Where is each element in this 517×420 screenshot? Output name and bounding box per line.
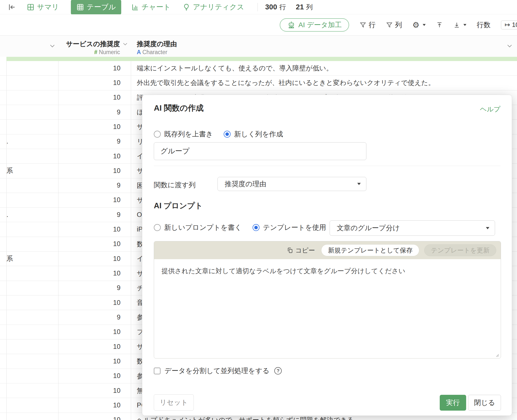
ai-data-processing-button[interactable]: AI データ加工 <box>280 18 349 32</box>
cell-score[interactable]: 10 <box>59 222 120 236</box>
column-header-score[interactable]: サービスの推奨度 # Numeric <box>59 36 131 57</box>
cell-clipped[interactable] <box>6 325 58 339</box>
cell-score[interactable]: 10 <box>59 295 120 310</box>
export-button[interactable] <box>436 21 443 28</box>
cell-score[interactable]: 10 <box>59 398 120 412</box>
close-button[interactable]: 閉じる <box>468 395 501 411</box>
prompt-textarea[interactable]: 提供された文章に対して適切なラベルをつけて文章をグループ分けしてください <box>154 259 501 358</box>
tab-summary[interactable]: サマリ <box>27 2 59 12</box>
cell-score[interactable]: 9 <box>59 310 120 324</box>
cell-clipped[interactable] <box>6 339 58 354</box>
cell-score[interactable]: 10 <box>59 149 120 163</box>
chevron-down-icon[interactable] <box>50 44 55 47</box>
cell-clipped[interactable]: 系 <box>6 252 58 266</box>
cell-score[interactable]: 10 <box>59 193 120 207</box>
update-template-button[interactable]: テンプレートを更新 <box>424 244 496 256</box>
create-column-radio[interactable]: 新しく列を作成 <box>224 129 283 139</box>
chevron-down-icon[interactable] <box>123 43 127 45</box>
cell-reason[interactable]: 外出先で取引先と会議をすることになったが、社内にいるときと変わらないクオリティで… <box>137 76 517 90</box>
cell-clipped[interactable] <box>6 266 58 280</box>
tab-table[interactable]: テーブル <box>71 0 121 15</box>
help-link[interactable]: ヘルプ <box>480 105 500 114</box>
cell-reason[interactable]: 端末にインストールしなくても、使えるので、導入障壁が低い。 <box>137 61 517 75</box>
filter-rows-button[interactable]: 行 <box>359 20 376 30</box>
cell-clipped[interactable] <box>6 413 58 420</box>
cell-score[interactable]: 10 <box>59 90 120 105</box>
cell-score[interactable]: 10 <box>59 369 120 383</box>
help-question-icon[interactable]: ? <box>274 367 282 375</box>
cell-score[interactable]: 10 <box>59 325 120 339</box>
new-column-name-input[interactable]: グループ <box>154 142 366 160</box>
cell-clipped[interactable] <box>6 369 58 383</box>
radio-off-icon[interactable] <box>154 224 161 231</box>
collapse-sidebar-button[interactable] <box>7 2 17 12</box>
cell-clipped[interactable] <box>6 354 58 368</box>
cell-clipped[interactable] <box>6 120 58 134</box>
summary-grid-icon <box>27 3 35 11</box>
cell-score[interactable]: 9 <box>59 134 120 149</box>
cell-clipped[interactable] <box>6 193 58 207</box>
copy-button[interactable]: コピー <box>287 246 315 255</box>
cell-clipped[interactable] <box>6 105 58 119</box>
cell-clipped[interactable] <box>6 90 58 105</box>
cell-clipped[interactable] <box>6 237 58 251</box>
reset-button[interactable]: リセット <box>154 394 194 411</box>
cell-clipped[interactable] <box>6 295 58 310</box>
cell-clipped[interactable] <box>6 383 58 398</box>
cell-clipped[interactable] <box>6 398 58 412</box>
resize-grip-icon[interactable] <box>495 353 499 357</box>
cell-score[interactable]: 10 <box>59 354 120 368</box>
radio-on-icon[interactable] <box>224 131 231 138</box>
cell-clipped[interactable] <box>6 281 58 295</box>
radio-on-icon[interactable] <box>253 224 259 231</box>
tab-analytics[interactable]: アナリティクス <box>182 2 244 12</box>
download-icon <box>453 21 460 28</box>
cell-score[interactable]: 10 <box>59 339 120 354</box>
overwrite-column-radio[interactable]: 既存列を上書き <box>154 129 213 139</box>
write-prompt-radio[interactable]: 新しいプロンプトを書く <box>154 223 242 232</box>
cell-score[interactable]: 10 <box>59 76 120 90</box>
split-data-checkbox[interactable] <box>154 368 160 374</box>
table-row[interactable]: 10外出先で取引先と会議をすることになったが、社内にいるときと変わらないクオリテ… <box>0 76 517 90</box>
cell-clipped[interactable]: . <box>6 208 58 222</box>
cell-score[interactable]: 10 <box>59 383 120 398</box>
cell-score[interactable]: 10 <box>59 266 120 280</box>
column-header-reason[interactable]: 推奨度の理由 A Character <box>131 36 517 57</box>
pass-column-select[interactable]: 推奨度の理由 <box>218 177 366 191</box>
cell-score[interactable]: 9 <box>59 281 120 295</box>
radio-off-icon[interactable] <box>154 131 161 138</box>
tab-chart[interactable]: チャート <box>131 2 171 12</box>
use-template-radio[interactable]: テンプレートを使用 <box>253 223 326 232</box>
settings-menu-button[interactable]: ⚙ <box>412 21 426 29</box>
robot-icon <box>287 21 296 29</box>
cell-score[interactable]: 9 <box>59 208 120 222</box>
row-limit-input[interactable]: ↦ 100 <box>501 21 517 29</box>
cell-score[interactable]: 9 <box>59 178 120 193</box>
cell-clipped[interactable] <box>6 76 58 90</box>
cell-clipped[interactable] <box>6 222 58 236</box>
save-as-template-button[interactable]: 新規テンプレートとして保存 <box>321 244 419 256</box>
top-tab-bar: サマリ テーブル チャート <box>0 0 517 14</box>
cell-score[interactable]: 10 <box>59 252 120 266</box>
cell-score[interactable]: 10 <box>59 61 120 75</box>
table-row[interactable]: 10端末にインストールしなくても、使えるので、導入障壁が低い。 <box>0 61 517 76</box>
column-header-clipped[interactable] <box>6 36 58 57</box>
cell-score[interactable]: 10 <box>59 413 120 420</box>
cell-clipped[interactable]: 系 <box>6 164 58 178</box>
template-select[interactable]: 文章のグループ分け <box>330 220 495 236</box>
cell-clipped[interactable]: . <box>6 134 58 149</box>
cell-clipped[interactable] <box>6 178 58 193</box>
cell-score[interactable]: 9 <box>59 105 120 119</box>
cell-clipped[interactable] <box>6 61 58 75</box>
filter-columns-button[interactable]: 列 <box>386 20 402 30</box>
table-toolbar: AI データ加工 行 列 ⚙ <box>0 14 517 36</box>
cell-score[interactable]: 10 <box>59 120 120 134</box>
chevron-down-icon[interactable] <box>507 44 512 47</box>
run-button[interactable]: 実行 <box>440 395 466 411</box>
download-menu-button[interactable] <box>453 21 466 28</box>
divider <box>258 3 258 11</box>
cell-score[interactable]: 10 <box>59 237 120 251</box>
cell-clipped[interactable] <box>6 149 58 163</box>
cell-score[interactable]: 10 <box>59 164 120 178</box>
cell-clipped[interactable] <box>6 310 58 324</box>
